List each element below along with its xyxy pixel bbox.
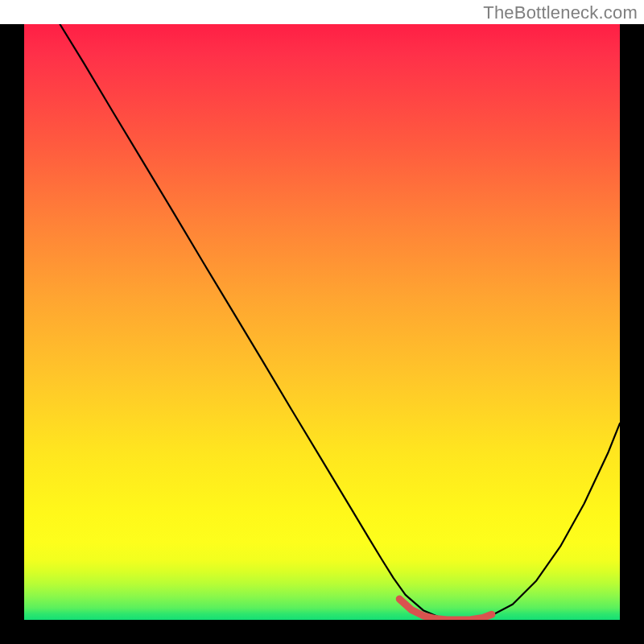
chart-frame: TheBottleneck.com	[0, 0, 644, 644]
chart-overlay	[24, 24, 620, 620]
watermark-text: TheBottleneck.com	[483, 2, 638, 23]
header-bar: TheBottleneck.com	[0, 0, 644, 24]
bottleneck-curve-line	[60, 24, 620, 620]
plot-area	[24, 24, 620, 620]
